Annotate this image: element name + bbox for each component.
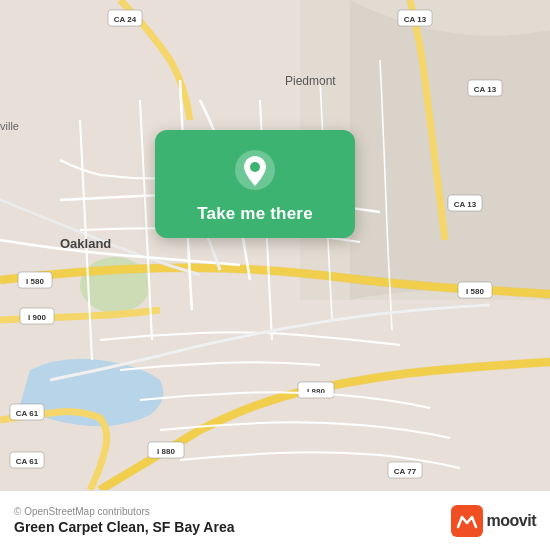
svg-text:I 900: I 900 — [28, 313, 46, 322]
take-me-there-popup[interactable]: Take me there — [155, 130, 355, 238]
svg-text:ville: ville — [0, 120, 19, 132]
moovit-text: moovit — [487, 512, 536, 530]
location-pin-icon — [233, 148, 277, 192]
moovit-logo: moovit — [451, 505, 536, 537]
svg-text:CA 13: CA 13 — [474, 85, 497, 94]
svg-text:I 580: I 580 — [26, 277, 44, 286]
svg-text:CA 61: CA 61 — [16, 457, 39, 466]
svg-text:I 880: I 880 — [157, 447, 175, 456]
place-name-text: Green Carpet Clean, SF Bay Area — [14, 519, 234, 535]
svg-text:CA 24: CA 24 — [114, 15, 137, 24]
svg-point-32 — [250, 162, 260, 172]
svg-text:Oakland: Oakland — [60, 236, 111, 251]
svg-text:CA 13: CA 13 — [404, 15, 427, 24]
map-svg: I 580 I 580 I 880 I 880 I 900 CA 24 CA 1… — [0, 0, 550, 490]
bottom-bar: © OpenStreetMap contributors Green Carpe… — [0, 490, 550, 550]
moovit-icon — [451, 505, 483, 537]
svg-text:Piedmont: Piedmont — [285, 74, 336, 88]
svg-rect-33 — [451, 505, 483, 537]
svg-text:CA 77: CA 77 — [394, 467, 417, 476]
popup-label: Take me there — [197, 204, 313, 224]
svg-text:CA 61: CA 61 — [16, 409, 39, 418]
svg-text:I 580: I 580 — [466, 287, 484, 296]
bottom-left: © OpenStreetMap contributors Green Carpe… — [14, 506, 234, 535]
svg-text:CA 13: CA 13 — [454, 200, 477, 209]
map-container: I 580 I 580 I 880 I 880 I 900 CA 24 CA 1… — [0, 0, 550, 490]
attribution-text: © OpenStreetMap contributors — [14, 506, 234, 517]
